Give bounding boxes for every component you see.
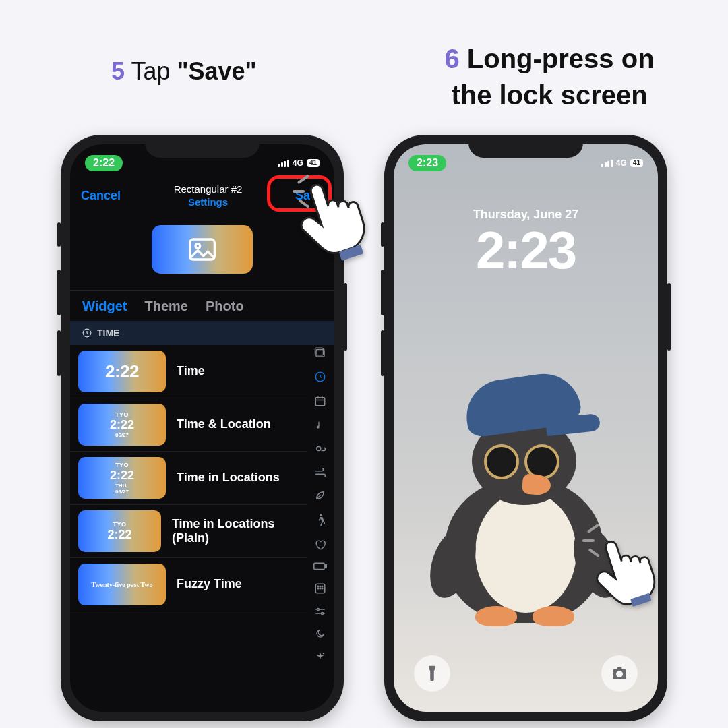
cancel-button[interactable]: Cancel (81, 189, 121, 203)
svg-point-16 (320, 588, 321, 589)
swatch-date: THU 06/27 (115, 483, 129, 495)
swatch-loc: TYO (113, 521, 126, 528)
heart-icon[interactable] (314, 539, 326, 550)
list-item[interactable]: TYO 2:22 Time in Locations (Plain) (70, 505, 307, 558)
phone-volume-down (57, 330, 61, 376)
widget-list[interactable]: 2:22 Time TYO 2:22 06/27 Time & Location… (70, 345, 307, 712)
swatch-time: 2:22 (110, 418, 134, 432)
image-icon (189, 238, 216, 261)
lock-screen[interactable]: 2:23 4G 41 Thursday, June 27 2:23 (394, 144, 658, 712)
moon-icon[interactable] (315, 628, 326, 639)
svg-point-12 (317, 586, 319, 587)
settings-link[interactable]: Settings (174, 196, 243, 208)
phone-mute-switch (381, 222, 384, 247)
longpress-finger-icon (586, 533, 661, 616)
tap-finger-icon (290, 175, 371, 266)
step-6-line1: Long-press on (467, 44, 655, 73)
walk-icon[interactable] (315, 514, 325, 527)
list-item[interactable]: TYO 2:22 06/27 Time & Location (70, 398, 307, 452)
wind-icon[interactable] (314, 468, 326, 477)
swatch-time: 2:22 (110, 468, 134, 483)
step-5-title: 5 Tap "Save" (111, 57, 257, 86)
tabs: Widget Theme Photo (70, 290, 334, 323)
phone-volume-up (57, 270, 61, 315)
widget-name: Time in Locations (177, 471, 280, 485)
list-item[interactable]: TYO 2:22 THU 06/27 Time in Locations (70, 452, 307, 505)
statusbar-time-pill: 2:22 (85, 155, 123, 171)
signal-icon (278, 160, 289, 167)
svg-point-7 (317, 447, 321, 451)
flashlight-icon (425, 665, 439, 682)
widget-name: Fuzzy Time (177, 577, 242, 591)
widget-name: Time in Locations (Plain) (172, 517, 307, 545)
lockscreen-time: 2:23 (394, 220, 658, 281)
list-item[interactable]: Twenty-five past Two Fuzzy Time (70, 558, 307, 611)
tab-theme[interactable]: Theme (144, 299, 187, 314)
slider-icon[interactable] (314, 607, 326, 616)
section-header-time: TIME (70, 321, 334, 345)
phone-right: 2:23 4G 41 Thursday, June 27 2:23 (384, 135, 667, 721)
battery-icon[interactable] (313, 562, 327, 570)
calendar-icon[interactable] (314, 395, 326, 407)
music-icon[interactable] (315, 419, 326, 431)
svg-point-13 (320, 586, 321, 587)
swatch-date: 06/27 (115, 432, 129, 438)
nav-title-block: Rectangular #2 Settings (174, 183, 243, 208)
widget-swatch: Twenty-five past Two (78, 564, 166, 605)
battery-icon: 41 (307, 159, 320, 167)
swatch-time: 2:22 (105, 361, 139, 382)
weather-icon[interactable] (314, 444, 326, 456)
svg-point-17 (322, 588, 323, 589)
clock-icon[interactable] (314, 371, 326, 383)
svg-point-15 (317, 588, 319, 589)
step-5-text: Tap (131, 57, 177, 85)
leaf-icon[interactable] (314, 489, 326, 502)
network-label: 4G (616, 158, 627, 168)
widget-name: Time & Location (177, 417, 271, 431)
signal-icon (601, 160, 613, 167)
camera-icon (611, 667, 628, 680)
list-item[interactable]: 2:22 Time (70, 345, 307, 398)
step-6-number: 6 (444, 44, 459, 73)
svg-rect-9 (314, 563, 324, 569)
widget-swatch: TYO 2:22 (78, 510, 161, 552)
statusbar-time-pill: 2:23 (408, 155, 446, 171)
camera-button[interactable] (601, 655, 638, 692)
svg-point-1 (195, 244, 200, 249)
step-6-title: 6 Long-press on the lock screen (404, 40, 694, 113)
phone-volume-down (381, 330, 384, 376)
phone-mute-switch (57, 222, 61, 247)
status-bar: 2:23 4G 41 (394, 144, 658, 175)
svg-point-18 (317, 609, 320, 611)
step-6-line2: the lock screen (451, 80, 647, 110)
category-sidebar[interactable] (311, 346, 329, 705)
swatch-loc: TYO (115, 411, 129, 418)
swatch-fuzzy: Twenty-five past Two (91, 581, 152, 588)
network-label: 4G (293, 158, 303, 168)
status-bar: 2:22 4G 41 (70, 144, 334, 175)
clock-icon (82, 328, 92, 338)
phone-power-button (667, 283, 671, 351)
grid-icon[interactable] (314, 582, 326, 595)
swatch-loc: TYO (115, 462, 129, 468)
phone-volume-up (381, 270, 384, 315)
section-title: TIME (97, 328, 119, 338)
flashlight-button[interactable] (414, 655, 450, 692)
sparkle-icon[interactable] (315, 651, 326, 662)
step-5-bold: "Save" (177, 57, 256, 85)
penguin-sunglasses (484, 444, 559, 479)
tab-widget[interactable]: Widget (82, 299, 127, 314)
battery-icon: 41 (630, 159, 643, 167)
widget-preview-swatch[interactable] (152, 225, 253, 274)
widget-swatch: TYO 2:22 THU 06/27 (78, 457, 166, 499)
nav-title: Rectangular #2 (174, 183, 243, 195)
svg-point-14 (322, 586, 323, 587)
statusbar-right: 4G 41 (601, 158, 643, 168)
widget-swatch: TYO 2:22 06/27 (78, 404, 166, 446)
svg-point-19 (322, 613, 324, 615)
tab-photo[interactable]: Photo (206, 299, 244, 314)
photos-icon[interactable] (314, 346, 326, 359)
svg-rect-10 (326, 565, 327, 568)
swatch-time: 2:22 (107, 528, 131, 542)
svg-point-8 (320, 514, 322, 516)
